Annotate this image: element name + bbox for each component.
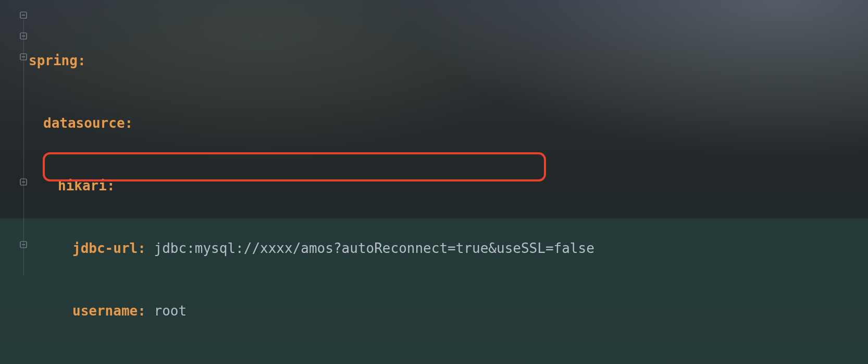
yaml-val-username: root — [154, 303, 187, 319]
code-line[interactable]: jdbc-url: jdbc:mysql://xxxx/amos?autoRec… — [29, 238, 868, 259]
fold-gutter — [0, 0, 29, 364]
yaml-val-jdbc-url: jdbc:mysql://xxxx/amos?autoReconnect=tru… — [154, 240, 594, 256]
code-line[interactable]: hikari: — [29, 175, 868, 196]
fold-icon[interactable] — [20, 241, 28, 249]
fold-icon[interactable] — [20, 11, 28, 20]
yaml-key-jdbc-url: jdbc-url: — [72, 240, 146, 256]
indent-guide — [23, 20, 24, 275]
code-line[interactable]: datasource: — [29, 113, 868, 134]
yaml-key-datasource: datasource: — [43, 115, 133, 131]
code-editor[interactable]: spring: datasource: hikari: jdbc-url: jd… — [0, 0, 868, 364]
fold-icon[interactable] — [20, 53, 28, 62]
code-line[interactable]: username: root — [29, 300, 868, 321]
fold-icon[interactable] — [20, 178, 28, 187]
yaml-key-hikari: hikari: — [58, 178, 115, 193]
yaml-key-username: username: — [72, 303, 146, 319]
yaml-key-spring: spring: — [29, 53, 86, 68]
fold-icon[interactable] — [20, 32, 28, 41]
code-line[interactable]: spring: — [29, 50, 868, 71]
code-area[interactable]: spring: datasource: hikari: jdbc-url: jd… — [29, 8, 868, 364]
